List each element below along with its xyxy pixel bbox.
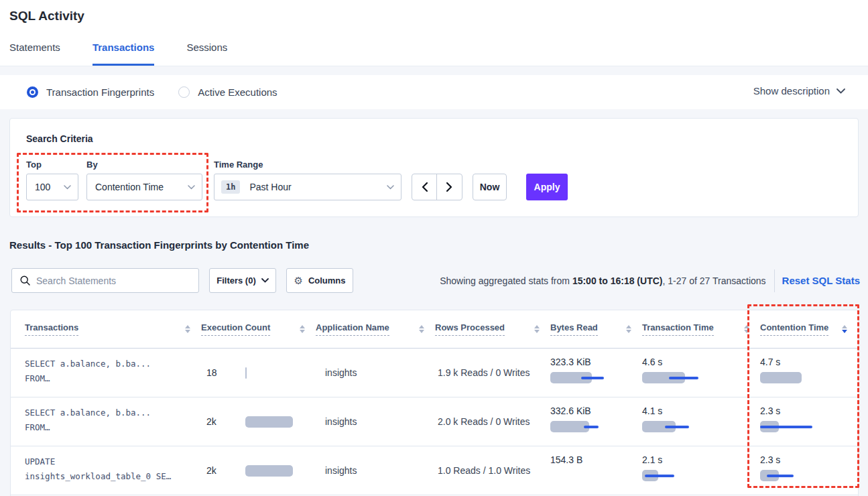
next-time-button[interactable] [437, 174, 462, 200]
column-header-application-name[interactable]: Application Name [316, 322, 435, 336]
results-heading: Results - Top 100 Transaction Fingerprin… [9, 239, 309, 251]
transaction-query-link[interactable]: SELECT a.balance, b.ba... FROM… [11, 397, 201, 446]
bar-gray [245, 465, 293, 477]
transaction-time-cell: 2.1 s [642, 446, 760, 495]
execution-count-cell: 18 [201, 349, 316, 397]
query-line1: UPDATE [25, 454, 194, 469]
rows-processed-cell: 2.0 k Reads / 0 Writes [435, 397, 550, 446]
table-row[interactable]: UPDATE insights_workload_table_0 SE… 2k … [11, 446, 858, 495]
contention-time-value: 2.3 s [760, 454, 858, 465]
stats-time-range: 15:00 to 16:18 (UTC) [572, 275, 663, 286]
top-select-value: 100 [35, 182, 50, 192]
view-toggle-strip: Transaction Fingerprints Active Executio… [0, 75, 868, 109]
bar-stdev-line [760, 426, 812, 428]
show-description-label: Show description [753, 85, 830, 97]
sort-icon [744, 325, 749, 333]
contention-time-value: 2.3 s [760, 406, 858, 416]
radio-label: Active Executions [198, 86, 277, 98]
search-icon [20, 275, 30, 286]
bar-gray [760, 372, 802, 383]
filters-button[interactable]: Filters (0) [209, 268, 276, 293]
tab-transactions[interactable]: Transactions [92, 42, 155, 66]
now-button[interactable]: Now [473, 174, 507, 200]
contention-time-cell: 2.3 s [760, 397, 858, 446]
gear-icon: ⚙ [294, 275, 302, 287]
chevron-down-icon [64, 185, 71, 190]
radio-unselected-icon [178, 86, 190, 98]
column-header-execution-count[interactable]: Execution Count [201, 322, 316, 336]
tab-statements[interactable]: Statements [9, 42, 60, 66]
apply-button[interactable]: Apply [526, 174, 568, 200]
radio-transaction-fingerprints[interactable]: Transaction Fingerprints [27, 86, 154, 98]
transaction-query-link[interactable]: SELECT a.balance, b.ba... FROM… [11, 349, 201, 397]
column-header-transaction-time[interactable]: Transaction Time [642, 322, 760, 336]
transaction-query-link[interactable]: UPDATE insights_workload_table_0 SE… [11, 446, 201, 495]
execution-count-bar [245, 465, 302, 477]
columns-label: Columns [308, 275, 346, 286]
transaction-time-value: 2.1 s [642, 454, 760, 465]
query-line1: SELECT a.balance, b.ba... [25, 406, 194, 420]
aggregated-stats-text: Showing aggregated stats from 15:00 to 1… [440, 275, 765, 286]
chevron-left-icon [422, 182, 428, 192]
contention-time-cell: 4.7 s [760, 349, 858, 397]
execution-count-cell: 2k [201, 397, 316, 446]
application-name-cell: insights [316, 397, 435, 446]
reset-sql-stats-link[interactable]: Reset SQL Stats [782, 275, 860, 286]
execution-count-value: 2k [201, 416, 245, 427]
by-select-value: Contention Time [95, 182, 164, 192]
execution-count-value: 2k [201, 465, 245, 476]
column-header-rows-processed[interactable]: Rows Processed [435, 322, 550, 336]
time-nav-group [412, 174, 462, 200]
sort-icon [300, 325, 305, 333]
bytes-read-value: 154.3 B [550, 454, 642, 465]
application-name-cell: insights [316, 446, 435, 495]
sql-activity-page: SQL Activity Statements Transactions Ses… [0, 0, 868, 496]
time-range-label: Time Range [214, 160, 263, 170]
execution-count-cell: 2k [201, 446, 316, 495]
sort-icon [419, 325, 424, 333]
time-range-badge: 1h [221, 180, 240, 194]
transaction-time-value: 4.6 s [642, 357, 760, 367]
by-label: By [86, 160, 98, 170]
rows-processed-cell: 1.9 k Reads / 0 Writes [435, 349, 550, 397]
transaction-time-value: 4.1 s [642, 406, 760, 416]
vertical-divider [774, 269, 775, 292]
table-row[interactable]: SELECT a.balance, b.ba... FROM… 18 insig… [11, 349, 858, 397]
column-header-bytes-read[interactable]: Bytes Read [550, 322, 642, 336]
sort-icon-active-desc [842, 325, 847, 333]
chevron-down-icon [188, 185, 195, 190]
columns-button[interactable]: ⚙ Columns [286, 268, 353, 293]
show-description-toggle[interactable]: Show description [753, 85, 845, 97]
time-range-select[interactable]: 1h Past Hour [214, 174, 401, 200]
radio-active-executions[interactable]: Active Executions [178, 86, 277, 98]
transaction-time-cell: 4.6 s [642, 349, 760, 397]
search-statements-box [11, 268, 199, 293]
bytes-read-value: 332.6 KiB [550, 406, 642, 416]
previous-time-button[interactable] [412, 174, 437, 200]
contention-time-value: 4.7 s [760, 357, 858, 367]
bar-stdev-line [581, 377, 604, 379]
bar-stdev-line [645, 475, 674, 477]
bar-stdev-line [767, 475, 794, 477]
top-select[interactable]: 100 [26, 174, 78, 200]
chevron-down-icon [387, 185, 394, 190]
stats-prefix: Showing aggregated stats from [440, 275, 572, 286]
column-header-transactions[interactable]: Transactions [11, 322, 201, 336]
contention-time-cell: 2.3 s [760, 446, 858, 495]
table-row[interactable]: SELECT a.balance, b.ba... FROM… 2k insig… [11, 397, 858, 446]
tab-bar: Statements Transactions Sessions [9, 42, 227, 66]
transactions-table: Transactions Execution Count Application… [10, 310, 859, 496]
bytes-read-cell: 154.3 B [550, 446, 642, 495]
bar-stdev-line [665, 426, 689, 428]
search-statements-input[interactable] [36, 275, 198, 286]
bar-gray [245, 367, 247, 379]
table-header-row: Transactions Execution Count Application… [11, 310, 858, 349]
column-header-contention-time[interactable]: Contention Time [760, 322, 858, 336]
by-select[interactable]: Contention Time [86, 174, 202, 200]
search-criteria-heading: Search Criteria [26, 133, 93, 144]
chevron-down-icon [261, 278, 269, 283]
execution-count-bar [245, 416, 302, 428]
application-name-cell: insights [316, 349, 435, 397]
execution-count-value: 18 [201, 367, 245, 378]
tab-sessions[interactable]: Sessions [186, 42, 227, 66]
